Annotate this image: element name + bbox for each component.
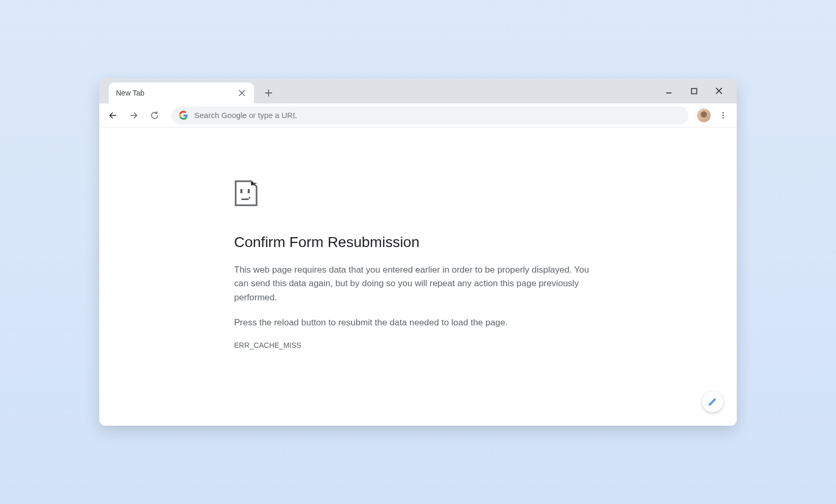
reload-button[interactable]: [146, 107, 163, 124]
profile-avatar[interactable]: [697, 109, 711, 122]
error-paragraph-1: This web page requires data that you ent…: [234, 263, 600, 304]
close-window-button[interactable]: [712, 84, 726, 98]
url-input[interactable]: [194, 111, 681, 120]
error-title: Confirm Form Resubmission: [234, 234, 600, 251]
svg-point-2: [723, 114, 724, 116]
error-code: ERR_CACHE_MISS: [234, 341, 600, 349]
address-bar[interactable]: [171, 107, 689, 124]
svg-rect-5: [248, 189, 250, 193]
svg-rect-4: [240, 189, 242, 193]
forward-button[interactable]: [125, 107, 142, 124]
close-tab-icon[interactable]: [237, 88, 247, 98]
error-block: Confirm Form Resubmission This web page …: [234, 180, 600, 349]
browser-window: New Tab: [99, 78, 737, 426]
minimize-button[interactable]: [661, 84, 676, 98]
back-button[interactable]: [104, 107, 121, 124]
tab-title: New Tab: [116, 89, 237, 97]
customize-fab[interactable]: [702, 391, 723, 412]
sad-page-icon: [234, 180, 258, 207]
tab-active[interactable]: New Tab: [109, 83, 254, 103]
page-content: Confirm Form Resubmission This web page …: [99, 127, 737, 426]
new-tab-button[interactable]: [260, 85, 277, 101]
svg-rect-6: [241, 198, 249, 200]
maximize-button[interactable]: [687, 84, 701, 98]
google-icon: [179, 111, 188, 120]
svg-point-1: [723, 112, 724, 113]
toolbar: [99, 103, 737, 127]
kebab-menu-icon[interactable]: [715, 107, 732, 124]
window-controls: [661, 78, 733, 103]
error-paragraph-2: Press the reload button to resubmit the …: [234, 316, 600, 330]
pencil-icon: [708, 397, 717, 406]
svg-rect-0: [691, 88, 696, 93]
svg-rect-7: [249, 197, 250, 198]
svg-point-3: [723, 117, 724, 119]
tab-strip: New Tab: [99, 78, 737, 103]
